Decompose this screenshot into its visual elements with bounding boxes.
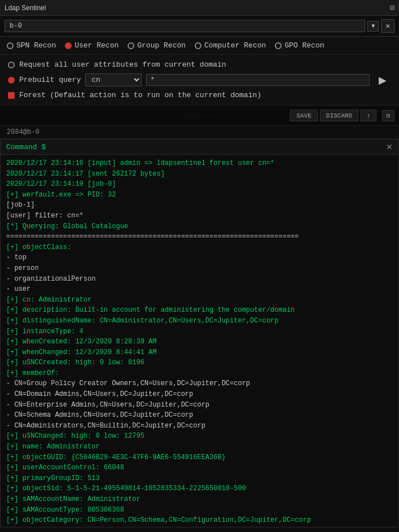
terminal-line: [+] sAMAccountName: Administrator — [6, 494, 393, 505]
title-expand-icon[interactable]: ⊡ — [390, 3, 394, 12]
terminal-line: 2020/12/17 23:14:19 [job-0] — [6, 179, 393, 190]
tab-close-button[interactable]: ✕ — [381, 19, 394, 33]
run-button[interactable] — [374, 74, 391, 86]
tab-computer-label: Computer Recon — [204, 41, 266, 50]
query-value-input[interactable] — [146, 74, 370, 86]
prebuilt-query-select[interactable]: cn sAMAccountName mail objectClass — [85, 73, 142, 86]
terminal-window: Command $ ✕ 2020/12/17 23:14:16 [input] … — [0, 139, 399, 527]
terminal-line: [+] uSNCCreated: high: 0 low: 8196 — [6, 357, 393, 368]
discard-button[interactable]: DISCARD — [320, 110, 358, 121]
config-row1-label: Request all user attributes from current… — [19, 60, 226, 69]
tab-select[interactable]: b-0 — [5, 20, 365, 32]
terminal-line: - CN=Group Policy Creator Owners,CN=User… — [6, 378, 393, 389]
config-row1-radio — [8, 62, 15, 68]
tab-gpo-recon[interactable]: GPO Recon — [275, 41, 324, 50]
terminal-line: [*] Querying: Global Catalogue — [6, 221, 393, 232]
tab-dropdown-arrow[interactable]: ▼ — [367, 21, 379, 32]
terminal-line: [+] cn: Administrator — [6, 295, 393, 306]
tab-spn-recon[interactable]: SPN Recon — [7, 41, 56, 50]
app-title: Ldap Sentinel — [5, 4, 390, 12]
tab-bar: b-0 ▼ ✕ — [0, 16, 399, 37]
nav-tabs: SPN Recon User Recon Group Recon Compute… — [0, 37, 399, 55]
terminal-line: [+] primaryGroupID: 513 — [6, 473, 393, 484]
tab-user-recon[interactable]: User Recon — [65, 41, 119, 50]
terminal-line: 2020/12/17 23:14:17 [sent 262172 bytes] — [6, 169, 393, 180]
terminal-close-button[interactable]: ✕ — [386, 142, 393, 151]
terminal-line: [+] whenCreated: 12/3/2020 8:28:39 AM — [6, 337, 393, 347]
config-row2-radio — [8, 77, 15, 84]
terminal-line: [+] whenChanged: 12/3/2020 8:44:41 AM — [6, 347, 393, 358]
divider-buttons: SAVE DISCARD ↑ — [290, 110, 376, 121]
tab-computer-recon[interactable]: Computer Recon — [195, 41, 266, 50]
config-row3-radio — [8, 92, 15, 99]
config-row3-label: Forest (Default action is to run on the … — [19, 91, 261, 99]
terminal-line: [+] instanceType: 4 — [6, 326, 393, 337]
divider-area: ....... SAVE DISCARD ↑ ⊡ — [0, 106, 399, 126]
upload-button[interactable]: ↑ — [361, 110, 376, 121]
terminal-line: [+] distinguishedName: CN=Administrator,… — [6, 316, 393, 326]
config-panel: Request all user attributes from current… — [0, 55, 399, 106]
terminal-line: - CN=Administrators,CN=Builtin,DC=Jupite… — [6, 421, 393, 431]
tab-computer-radio — [195, 42, 201, 49]
terminal-line: [+] uSNChanged: high: 0 low: 12795 — [6, 431, 393, 442]
terminal-line: - person — [6, 263, 393, 274]
terminal-line: [+] userAccountControl: 66048 — [6, 463, 393, 473]
terminal-line: [+] description: Built-in account for ad… — [6, 305, 393, 316]
terminal-line: ========================================… — [6, 232, 393, 242]
tab-group-recon[interactable]: Group Recon — [128, 41, 186, 50]
terminal-line: [+] sAMAccountType: 805306368 — [6, 505, 393, 516]
tab-gpo-label: GPO Recon — [284, 41, 324, 50]
config-row2-label: Prebuilt query — [19, 76, 81, 84]
terminal-line: - CN=Schema Admins,CN=Users,DC=Jupiter,D… — [6, 410, 393, 421]
terminal-line: [job-1] — [6, 200, 393, 211]
title-bar: Ldap Sentinel ⊡ — [0, 0, 399, 16]
session-bar: 2084@b-0 — [0, 126, 399, 139]
expand-icon: ⊡ — [387, 112, 391, 119]
terminal-line: [+] objectSid: S-1-5-21-495549814-105283… — [6, 483, 393, 494]
terminal-line: - user — [6, 284, 393, 295]
terminal-line: [+] name: Administrator — [6, 442, 393, 452]
tab-group-radio — [128, 42, 134, 49]
terminal-line: [+] objectCategory: CN=Person,CN=Schema,… — [6, 515, 393, 526]
save-button[interactable]: SAVE — [290, 110, 317, 121]
tab-group-label: Group Recon — [137, 41, 186, 50]
tab-user-label: User Recon — [74, 41, 119, 50]
upload-icon: ↑ — [367, 111, 371, 120]
tab-spn-radio — [7, 42, 14, 49]
terminal-line: [+] objectGUID: {C5046B29-4E3C-47F6-9AE6… — [6, 452, 393, 463]
terminal-header: Command $ ✕ — [1, 139, 398, 155]
terminal-line: - organizationalPerson — [6, 274, 393, 285]
terminal-line: [user] filter: cn=* — [6, 211, 393, 221]
config-row-3: Forest (Default action is to run on the … — [8, 91, 391, 99]
config-row-2: Prebuilt query cn sAMAccountName mail ob… — [8, 73, 391, 86]
terminal-title: Command $ — [6, 143, 386, 151]
tab-spn-label: SPN Recon — [16, 41, 56, 50]
terminal-line: [+] werfault.exe => PID: 32 — [6, 190, 393, 200]
terminal-line: - CN=Enterprise Admins,CN=Users,DC=Jupit… — [6, 400, 393, 411]
divider-expand-button[interactable]: ⊡ — [382, 110, 394, 121]
terminal-line: [+] objectClass: — [6, 242, 393, 253]
terminal-line: - CN=Domain Admins,CN=Users,DC=Jupiter,D… — [6, 389, 393, 400]
tab-user-radio — [65, 42, 72, 49]
config-row-1: Request all user attributes from current… — [8, 60, 391, 69]
terminal-line: [+] memberOf: — [6, 368, 393, 379]
terminal-line: 2020/12/17 23:14:16 [input] admin => lda… — [6, 158, 393, 169]
tab-gpo-radio — [275, 42, 282, 49]
session-label: 2084@b-0 — [7, 128, 40, 136]
divider-dots: ....... — [183, 112, 215, 119]
terminal-line: - top — [6, 252, 393, 263]
terminal-body[interactable]: 2020/12/17 23:14:16 [input] admin => lda… — [1, 155, 398, 527]
